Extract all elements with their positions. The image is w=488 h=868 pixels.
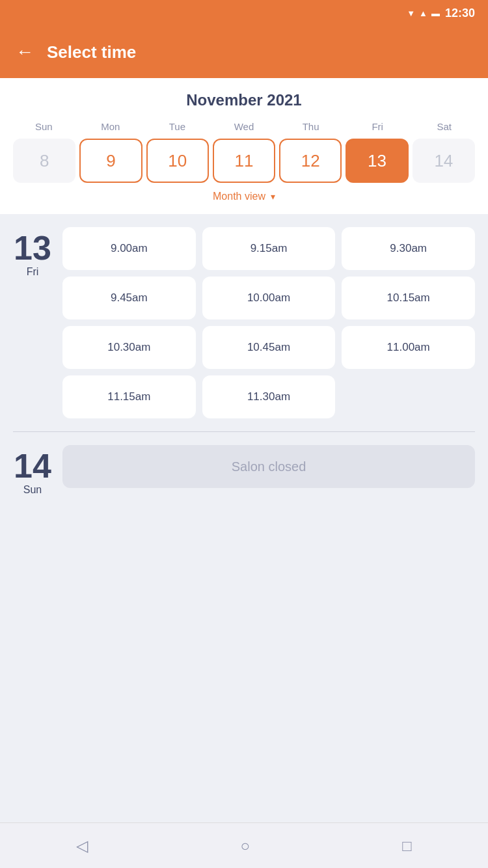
time-slot-1100[interactable]: 11.00am bbox=[342, 326, 475, 369]
time-slot-915[interactable]: 9.15am bbox=[202, 227, 336, 270]
time-slot-900[interactable]: 9.00am bbox=[62, 227, 196, 270]
signal-icon: ▲ bbox=[419, 8, 427, 18]
page-title: Select time bbox=[47, 42, 136, 62]
day-number-col-14: 14 Sun bbox=[13, 445, 52, 496]
battery-icon: ▬ bbox=[431, 8, 440, 18]
weekday-mon: Mon bbox=[77, 121, 144, 132]
cal-day-10[interactable]: 10 bbox=[146, 139, 209, 183]
calendar-row: 8 9 10 11 12 13 14 bbox=[10, 139, 478, 183]
weekday-sat: Sat bbox=[411, 121, 478, 132]
time-slot-1030[interactable]: 10.30am bbox=[62, 326, 196, 369]
weekdays-row: Sun Mon Tue Wed Thu Fri Sat bbox=[10, 121, 478, 132]
day-number-13: 13 bbox=[14, 231, 51, 265]
time-slot-1130[interactable]: 11.30am bbox=[202, 375, 336, 418]
cal-day-14[interactable]: 14 bbox=[413, 139, 475, 183]
cal-day-12[interactable]: 12 bbox=[279, 139, 342, 183]
weekday-wed: Wed bbox=[211, 121, 278, 132]
wifi-icon: ▼ bbox=[407, 8, 415, 18]
cal-day-8[interactable]: 8 bbox=[13, 139, 75, 183]
day-block-14: 14 Sun Salon closed bbox=[0, 432, 488, 509]
salon-closed-slot: Salon closed bbox=[62, 445, 475, 488]
back-button[interactable]: ← bbox=[16, 43, 34, 61]
cal-day-11[interactable]: 11 bbox=[213, 139, 275, 183]
time-slot-945[interactable]: 9.45am bbox=[62, 277, 196, 319]
time-slot-1115[interactable]: 11.15am bbox=[62, 375, 196, 418]
cal-day-9[interactable]: 9 bbox=[79, 139, 142, 183]
month-title: November 2021 bbox=[10, 91, 478, 109]
day-number-col-13: 13 Fri bbox=[13, 227, 52, 278]
time-slot-930[interactable]: 9.30am bbox=[342, 227, 475, 270]
nav-home-icon[interactable]: ○ bbox=[240, 837, 250, 855]
weekday-thu: Thu bbox=[277, 121, 344, 132]
status-time: 12:30 bbox=[445, 7, 475, 20]
day-block-13: 13 Fri 9.00am 9.15am 9.30am 9.45am 10.00… bbox=[0, 214, 488, 431]
weekday-sun: Sun bbox=[10, 121, 77, 132]
day-name-13: Fri bbox=[27, 266, 39, 278]
time-slot-1045[interactable]: 10.45am bbox=[202, 326, 336, 369]
month-view-label[interactable]: Month view bbox=[213, 191, 265, 202]
nav-recents-icon[interactable]: □ bbox=[402, 837, 412, 855]
month-view-toggle[interactable]: Month view ▾ bbox=[10, 183, 478, 208]
day-number-14: 14 bbox=[14, 449, 51, 483]
time-slot-1015[interactable]: 10.15am bbox=[342, 277, 475, 319]
nav-back-icon[interactable]: ◁ bbox=[76, 837, 88, 855]
chevron-down-icon: ▾ bbox=[271, 191, 275, 202]
weekday-tue: Tue bbox=[144, 121, 211, 132]
slots-grid-13: 9.00am 9.15am 9.30am 9.45am 10.00am 10.1… bbox=[62, 227, 475, 418]
status-icons: ▼ ▲ ▬ bbox=[407, 8, 440, 18]
cal-day-13[interactable]: 13 bbox=[346, 139, 408, 183]
slots-section: 13 Fri 9.00am 9.15am 9.30am 9.45am 10.00… bbox=[0, 214, 488, 822]
calendar-section: November 2021 Sun Mon Tue Wed Thu Fri Sa… bbox=[0, 78, 488, 214]
bottom-nav: ◁ ○ □ bbox=[0, 822, 488, 868]
app-header: ← Select time bbox=[0, 26, 488, 78]
day-name-14: Sun bbox=[23, 484, 42, 496]
time-slot-1000[interactable]: 10.00am bbox=[202, 277, 336, 319]
weekday-fri: Fri bbox=[344, 121, 411, 132]
status-bar: ▼ ▲ ▬ 12:30 bbox=[0, 0, 488, 26]
